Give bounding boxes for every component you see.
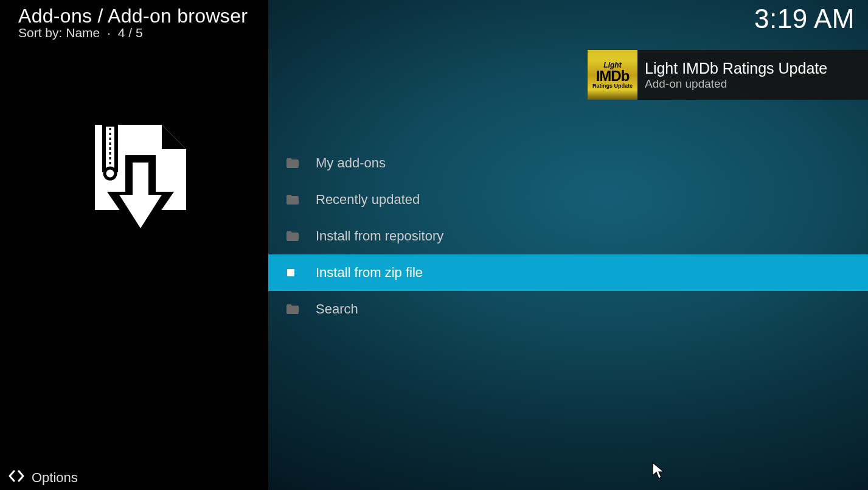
options-arrows-icon [9,469,24,486]
toast-subtitle: Add-on updated [645,77,827,91]
mouse-cursor [652,462,665,483]
clock: 3:19 AM [754,4,855,34]
menu-item-install-zip[interactable]: Install from zip file [268,254,868,291]
svg-point-2 [105,168,116,179]
folder-icon [286,231,316,241]
menu-item-label: My add-ons [316,155,386,171]
toast-icon-line3: Ratings Update [592,83,633,89]
menu-item-install-repository[interactable]: Install from repository [268,218,868,254]
menu-item-label: Search [316,301,358,317]
item-counter: 4 / 5 [118,26,143,40]
toast-text: Light IMDb Ratings Update Add-on updated [637,60,827,91]
folder-icon [286,304,316,314]
folder-icon [286,158,316,168]
notification-toast: Light IMDb Ratings Update Light IMDb Rat… [588,50,868,100]
sort-label: Sort by: [18,26,62,40]
svg-rect-3 [287,269,294,276]
file-icon [286,268,316,277]
addon-menu: My add-ons Recently updated Install from… [268,145,868,327]
menu-item-label: Install from repository [316,228,443,244]
zip-install-thumbnail [74,122,195,243]
menu-item-my-addons[interactable]: My add-ons [268,145,868,181]
menu-item-label: Install from zip file [316,265,423,281]
toast-addon-icon: Light IMDb Ratings Update [588,50,637,100]
sort-value: Name [66,26,100,40]
toast-icon-line2: IMDb [596,69,630,83]
separator-dot: · [107,26,111,40]
toast-title: Light IMDb Ratings Update [645,60,827,77]
options-label: Options [32,470,78,486]
sidebar-panel: Add-ons / Add-on browser Sort by: Name ·… [0,0,268,490]
footer-options[interactable]: Options [9,469,78,486]
menu-item-search[interactable]: Search [268,291,868,327]
menu-item-label: Recently updated [316,192,420,208]
breadcrumb: Add-ons / Add-on browser [18,5,248,27]
sort-line: Sort by: Name · 4 / 5 [18,26,143,40]
folder-icon [286,195,316,205]
menu-item-recently-updated[interactable]: Recently updated [268,181,868,218]
